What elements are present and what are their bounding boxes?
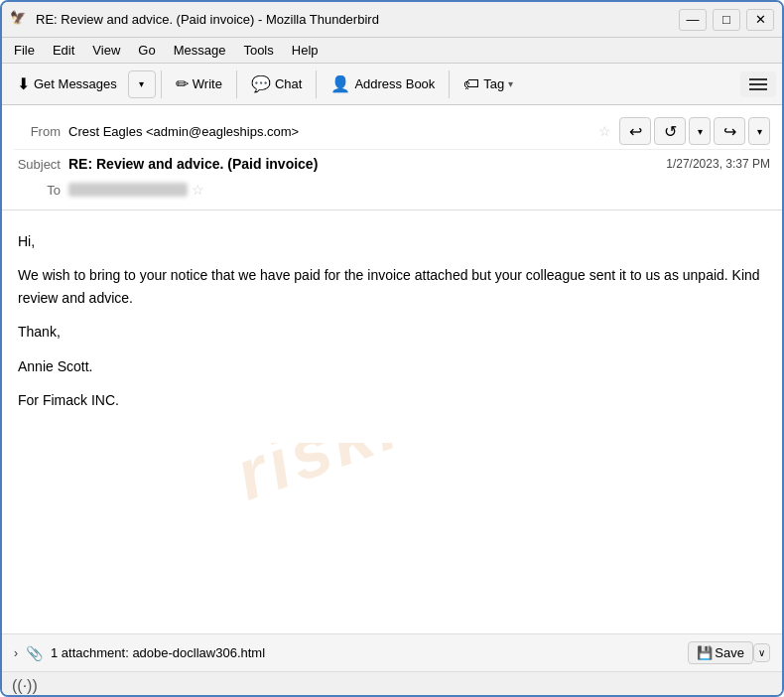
address-book-label: Address Book [354, 76, 435, 91]
title-bar: 🦅 RE: Review and advice. (Paid invoice) … [2, 2, 782, 38]
menu-message[interactable]: Message [166, 41, 234, 60]
email-body: Hi, We wish to bring to your notice that… [2, 210, 782, 443]
from-value: Crest Eagles <admin@eagleships.com> [68, 124, 594, 139]
menu-go[interactable]: Go [130, 41, 163, 60]
separator-2 [236, 70, 237, 98]
email-header: From Crest Eagles <admin@eagleships.com>… [2, 105, 782, 210]
hamburger-line-2 [749, 83, 767, 85]
chat-button[interactable]: 💬 Chat [242, 70, 311, 98]
dropdown-arrow-icon: ▾ [139, 78, 144, 89]
get-messages-button[interactable]: ⬇ Get Messages [8, 70, 126, 98]
thanks: Thank, [18, 321, 766, 343]
write-icon: ✏ [176, 74, 189, 93]
more-reply-dropdown[interactable]: ▾ [689, 117, 711, 145]
get-messages-dropdown[interactable]: ▾ [128, 70, 156, 98]
save-dropdown-button[interactable]: ∨ [753, 643, 770, 662]
forward-button[interactable]: ↪ [714, 117, 745, 145]
more-forward-dropdown[interactable]: ▾ [748, 117, 770, 145]
chat-label: Chat [275, 76, 302, 91]
menu-edit[interactable]: Edit [45, 41, 82, 60]
email-date: 1/27/2023, 3:37 PM [666, 157, 770, 171]
menu-help[interactable]: Help [284, 41, 327, 60]
tag-dropdown-arrow: ▾ [508, 78, 513, 89]
hamburger-line-1 [749, 78, 767, 80]
hamburger-menu-button[interactable] [740, 71, 776, 97]
email-action-buttons: ↩ ↺ ▾ ↪ ▾ [619, 117, 770, 145]
save-dropdown-arrow: ∨ [758, 647, 765, 658]
write-button[interactable]: ✏ Write [167, 70, 231, 98]
attachment-filename: 1 attachment: adobe-docllaw306.html [51, 645, 680, 660]
maximize-button[interactable]: □ [713, 9, 740, 31]
separator-4 [449, 70, 450, 98]
greeting: Hi, [18, 230, 766, 252]
address-book-button[interactable]: 👤 Address Book [322, 70, 444, 98]
signature-line-2: For Fimack INC. [18, 389, 766, 411]
write-label: Write [193, 76, 222, 91]
reply-button[interactable]: ↩ [619, 117, 651, 145]
from-row: From Crest Eagles <admin@eagleships.com>… [14, 113, 770, 150]
connection-status-icon: ((·)) [12, 677, 38, 695]
window-title: RE: Review and advice. (Paid invoice) - … [36, 12, 679, 27]
to-address-blurred [68, 183, 188, 197]
minimize-button[interactable]: — [679, 9, 707, 31]
menu-tools[interactable]: Tools [235, 41, 281, 60]
tag-label: Tag [483, 76, 504, 91]
to-row: To ☆ [14, 178, 770, 202]
from-star-icon[interactable]: ☆ [598, 123, 611, 139]
save-icon: 💾 [697, 645, 713, 660]
get-messages-icon: ⬇ [17, 74, 30, 93]
hamburger-line-3 [749, 88, 767, 90]
get-messages-label: Get Messages [34, 76, 117, 91]
main-content: From Crest Eagles <admin@eagleships.com>… [2, 105, 782, 697]
from-label: From [14, 124, 68, 139]
toolbar: ⬇ Get Messages ▾ ✏ Write 💬 Chat 👤 Addres… [2, 64, 782, 105]
separator-1 [161, 70, 162, 98]
body-paragraph: We wish to bring to your notice that we … [18, 264, 766, 309]
separator-3 [316, 70, 317, 98]
subject-row: Subject RE: Review and advice. (Paid inv… [14, 150, 770, 178]
address-book-icon: 👤 [330, 74, 350, 93]
tag-icon: 🏷 [463, 75, 479, 93]
chat-icon: 💬 [251, 74, 271, 93]
attachment-expand-icon[interactable]: › [14, 646, 18, 660]
tag-button[interactable]: 🏷 Tag ▾ [455, 70, 522, 98]
signature-line-1: Annie Scott. [18, 355, 766, 377]
save-label: Save [715, 645, 744, 660]
menu-file[interactable]: File [6, 41, 43, 60]
close-button[interactable]: ✕ [746, 9, 774, 31]
save-button[interactable]: 💾 Save [688, 641, 753, 664]
status-bar: ((·)) [2, 671, 782, 697]
paperclip-icon: 📎 [26, 645, 43, 661]
attachment-bar: › 📎 1 attachment: adobe-docllaw306.html … [2, 633, 782, 671]
menu-view[interactable]: View [84, 41, 128, 60]
subject-value: RE: Review and advice. (Paid invoice) [68, 156, 666, 172]
reply-all-button[interactable]: ↺ [654, 117, 686, 145]
menu-bar: File Edit View Go Message Tools Help [2, 38, 782, 64]
to-star-icon[interactable]: ☆ [192, 182, 204, 198]
subject-label: Subject [14, 157, 68, 172]
window-controls: — □ ✕ [679, 9, 774, 31]
save-button-group: 💾 Save ∨ [688, 641, 770, 664]
app-icon: 🦅 [10, 10, 30, 30]
to-label: To [14, 183, 68, 198]
